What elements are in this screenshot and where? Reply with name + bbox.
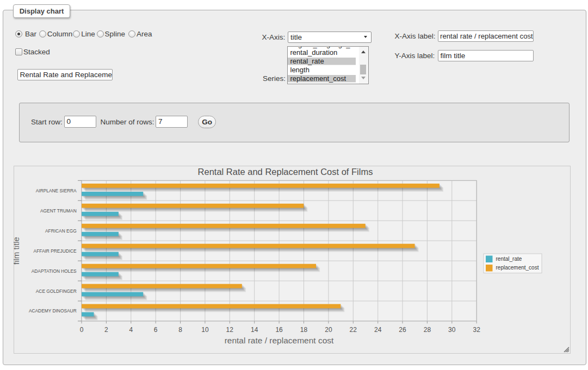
svg-text:20: 20 [325, 326, 332, 334]
svg-text:16: 16 [275, 326, 283, 334]
svg-text:18: 18 [300, 326, 307, 334]
svg-text:replacement_cost: replacement_cost [496, 265, 539, 271]
svg-text:AFFAIR PREJUDICE: AFFAIR PREJUDICE [33, 248, 77, 253]
svg-text:8: 8 [178, 326, 182, 334]
svg-text:14: 14 [251, 326, 258, 334]
svg-text:0: 0 [79, 326, 83, 334]
svg-text:rental_rate: rental_rate [496, 255, 522, 261]
svg-text:4: 4 [129, 326, 133, 334]
svg-text:ACADEMY DINOSAUR: ACADEMY DINOSAUR [28, 308, 76, 313]
svg-text:rental rate / replacement cost: rental rate / replacement cost [224, 336, 333, 345]
svg-text:12: 12 [226, 326, 233, 334]
svg-text:AGENT TRUMAN: AGENT TRUMAN [40, 208, 76, 213]
svg-text:26: 26 [399, 326, 406, 334]
svg-text:ADAPTATION HOLES: ADAPTATION HOLES [31, 268, 76, 273]
svg-text:2: 2 [104, 326, 108, 334]
svg-text:10: 10 [201, 326, 209, 334]
svg-text:film title: film title [14, 237, 21, 265]
svg-text:Rental Rate and Replacement Co: Rental Rate and Replacement Cost of Film… [197, 166, 373, 176]
svg-text:24: 24 [374, 326, 382, 334]
svg-text:6: 6 [153, 326, 157, 334]
svg-text:AIRPLANE SIERRA: AIRPLANE SIERRA [35, 187, 76, 193]
svg-text:AFRICAN EGG: AFRICAN EGG [45, 228, 76, 233]
svg-text:28: 28 [423, 326, 431, 334]
svg-text:32: 32 [473, 326, 480, 334]
svg-text:30: 30 [448, 326, 456, 334]
svg-text:22: 22 [349, 326, 357, 334]
svg-text:ACE GOLDFINGER: ACE GOLDFINGER [35, 288, 76, 293]
